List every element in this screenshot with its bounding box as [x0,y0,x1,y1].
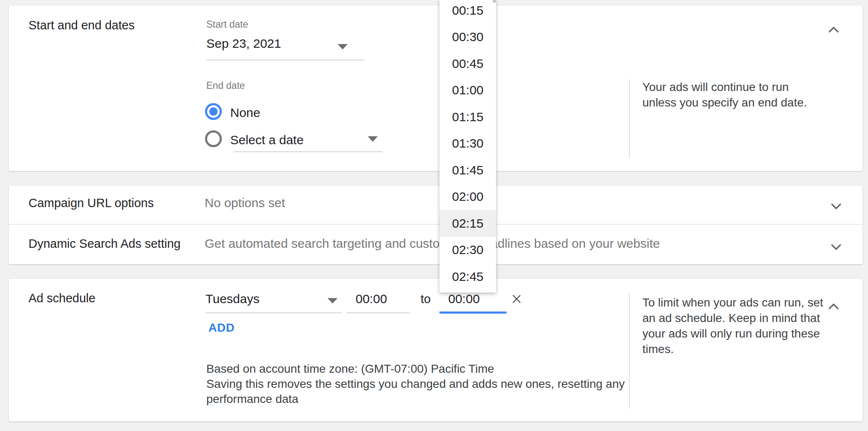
menu-scrollbar-thumb[interactable] [493,0,496,3]
dropdown-arrow-icon [338,44,348,49]
to-label: to [421,292,431,306]
dropdown-arrow-icon [368,136,378,142]
add-schedule-button[interactable]: ADD [208,321,234,335]
ad-schedule-help: To limit when your ads can run, setan ad… [642,295,823,357]
end-time-value: 00:00 [448,292,480,306]
start-date-underline [206,60,364,60]
collapse-section-button[interactable] [827,24,840,38]
remove-schedule-row-button[interactable] [511,293,522,306]
chevron-up-icon [827,24,840,36]
time-option[interactable]: 02:15 [439,210,496,237]
radio-unselected-icon[interactable] [205,130,222,147]
help-text-line: an ad schedule. Keep in mind that [642,310,823,326]
help-text-line: your ads will only run during these [642,326,823,341]
schedule-note: Based on account time zone: (GMT-07:00) … [206,361,638,407]
time-option[interactable]: 00:30 [439,24,496,51]
start-end-dates-help: Your ads will continue to rununless you … [642,79,807,110]
campaign-url-options-row[interactable]: Campaign URL options No options set [9,186,863,224]
radio-selected-icon[interactable] [205,103,222,120]
time-option[interactable]: 02:30 [439,237,496,264]
expand-section-button[interactable] [830,200,842,214]
help-divider [629,80,630,158]
start-date-value: Sep 23, 2021 [206,36,281,51]
time-option-list: 00:1500:3000:4501:0001:1501:3001:4502:00… [439,0,496,290]
dynamic-search-ads-row[interactable]: Dynamic Search Ads setting Get automated… [9,225,863,264]
campaign-url-options-summary: No options set [205,196,285,210]
schedule-note-line: Based on account time zone: (GMT-07:00) … [206,361,638,376]
time-option[interactable]: 00:15 [439,0,496,24]
time-option[interactable]: 00:45 [439,50,496,77]
collapse-section-button[interactable] [827,301,840,315]
chevron-down-icon [830,240,842,253]
help-text-line: To limit when your ads can run, set [642,295,823,310]
time-option[interactable]: 01:00 [439,77,496,104]
day-select-underline [205,312,342,313]
start-time-field[interactable]: 00:00 [347,288,410,314]
time-option[interactable]: 01:30 [439,130,496,157]
end-time-underline-focused [439,312,507,314]
time-option[interactable]: 01:45 [439,157,496,184]
help-text-line: unless you specify an end date. [642,95,807,110]
close-icon [511,293,522,305]
start-time-value: 00:00 [356,292,387,306]
start-date-select[interactable]: Sep 23, 2021 [206,35,366,61]
day-select-value: Tuesdays [205,292,260,306]
middle-settings-card: Campaign URL options No options set Dyna… [9,186,863,264]
dynamic-search-ads-title: Dynamic Search Ads setting [29,237,181,251]
chevron-down-icon [830,200,842,212]
day-select[interactable]: Tuesdays [205,288,342,314]
campaign-url-options-title: Campaign URL options [29,196,154,210]
dropdown-arrow-icon [327,298,338,304]
ad-schedule-card: Ad schedule Tuesdays 00:00 to 00:00 ADD … [9,279,863,421]
select-date-underline [234,151,383,152]
time-option[interactable]: 01:15 [439,104,496,130]
start-date-label: Start date [206,19,248,30]
schedule-note-line: performance data [206,392,638,407]
help-text-line: Your ads will continue to run [642,79,807,95]
time-option[interactable]: 02:45 [439,263,496,290]
end-date-option-select-a-date[interactable]: Select a date [202,127,395,153]
help-text-line: times. [642,341,823,357]
expand-section-button[interactable] [830,240,842,254]
time-dropdown-menu: 00:1500:3000:4501:0001:1501:3001:4502:00… [439,0,496,293]
chevron-up-icon [827,301,840,313]
end-date-option-none[interactable]: None [202,100,311,124]
end-date-option-select-label: Select a date [230,133,304,147]
dynamic-search-ads-summary: Get automated search targeting and custo… [205,236,660,251]
end-date-option-none-label: None [230,106,260,120]
schedule-note-line: Saving this removes the settings you cha… [206,376,638,392]
start-end-dates-card: Start and end dates Start date Sep 23, 2… [9,5,863,171]
time-option[interactable]: 02:00 [439,184,496,210]
end-date-label: End date [206,80,245,91]
ad-schedule-title: Ad schedule [29,291,96,305]
start-time-underline [347,312,410,313]
help-divider [629,293,630,409]
section-title-start-end-dates: Start and end dates [29,18,135,32]
